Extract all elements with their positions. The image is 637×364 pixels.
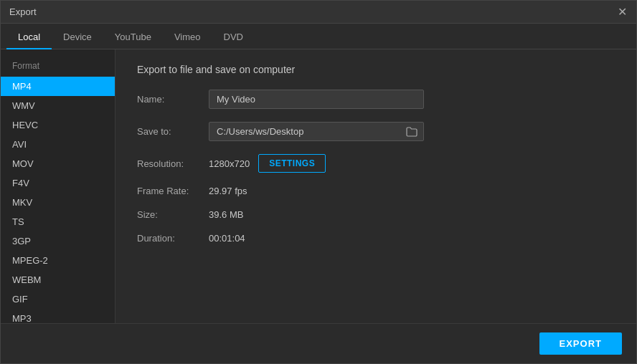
path-input[interactable] xyxy=(209,123,400,140)
tab-device[interactable]: Device xyxy=(52,26,103,49)
sidebar-item-mpeg2[interactable]: MPEG-2 xyxy=(1,251,115,270)
tab-youtube[interactable]: YouTube xyxy=(103,26,163,49)
tab-dvd[interactable]: DVD xyxy=(212,26,255,49)
tab-bar: Local Device YouTube Vimeo DVD xyxy=(1,24,636,49)
path-input-wrapper xyxy=(209,122,424,141)
name-row: Name: xyxy=(137,90,615,109)
sidebar-item-hevc[interactable]: HEVC xyxy=(1,115,115,135)
footer: EXPORT xyxy=(1,323,636,363)
resolution-row: Resolution: 1280x720 SETTINGS xyxy=(137,154,615,173)
folder-icon xyxy=(406,127,417,137)
tab-vimeo[interactable]: Vimeo xyxy=(163,26,212,49)
frame-rate-row: Frame Rate: 29.97 fps xyxy=(137,186,615,196)
size-label: Size: xyxy=(137,209,209,220)
sidebar-item-mp4[interactable]: MP4 xyxy=(1,77,115,96)
frame-rate-label: Frame Rate: xyxy=(137,186,209,196)
browse-button[interactable] xyxy=(400,124,423,140)
tab-local[interactable]: Local xyxy=(6,26,52,49)
sidebar-item-avi[interactable]: AVI xyxy=(1,135,115,154)
name-label: Name: xyxy=(137,94,209,105)
duration-row: Duration: 00:01:04 xyxy=(137,233,615,244)
main-panel: Export to file and save on computer Name… xyxy=(115,49,636,323)
duration-value: 00:01:04 xyxy=(209,233,245,244)
settings-button[interactable]: SETTINGS xyxy=(258,154,326,173)
sidebar: Format MP4 WMV HEVC AVI MOV F4V MKV TS 3… xyxy=(1,49,115,323)
resolution-value-row: 1280x720 SETTINGS xyxy=(209,154,326,173)
title-bar: Export ✕ xyxy=(1,1,636,24)
export-window: Export ✕ Local Device YouTube Vimeo DVD … xyxy=(0,0,637,364)
sidebar-item-mkv[interactable]: MKV xyxy=(1,193,115,212)
sidebar-item-3gp[interactable]: 3GP xyxy=(1,231,115,251)
resolution-label: Resolution: xyxy=(137,158,209,169)
size-value: 39.6 MB xyxy=(209,209,243,220)
name-input[interactable] xyxy=(209,90,424,109)
size-row: Size: 39.6 MB xyxy=(137,209,615,220)
sidebar-item-mov[interactable]: MOV xyxy=(1,154,115,173)
sidebar-item-wmv[interactable]: WMV xyxy=(1,96,115,115)
frame-rate-value: 29.97 fps xyxy=(209,186,247,196)
sidebar-item-webm[interactable]: WEBM xyxy=(1,270,115,289)
sidebar-item-gif[interactable]: GIF xyxy=(1,289,115,309)
sidebar-item-ts[interactable]: TS xyxy=(1,212,115,231)
export-button[interactable]: EXPORT xyxy=(539,332,622,355)
duration-label: Duration: xyxy=(137,233,209,244)
save-to-row: Save to: xyxy=(137,122,615,141)
format-label: Format xyxy=(1,58,115,77)
sidebar-item-mp3[interactable]: MP3 xyxy=(1,309,115,323)
resolution-value: 1280x720 xyxy=(209,158,250,169)
save-to-label: Save to: xyxy=(137,126,209,137)
close-button[interactable]: ✕ xyxy=(616,6,628,18)
content-area: Format MP4 WMV HEVC AVI MOV F4V MKV TS 3… xyxy=(1,49,636,323)
sidebar-item-f4v[interactable]: F4V xyxy=(1,173,115,193)
window-title: Export xyxy=(9,6,37,17)
section-title: Export to file and save on computer xyxy=(137,64,615,75)
